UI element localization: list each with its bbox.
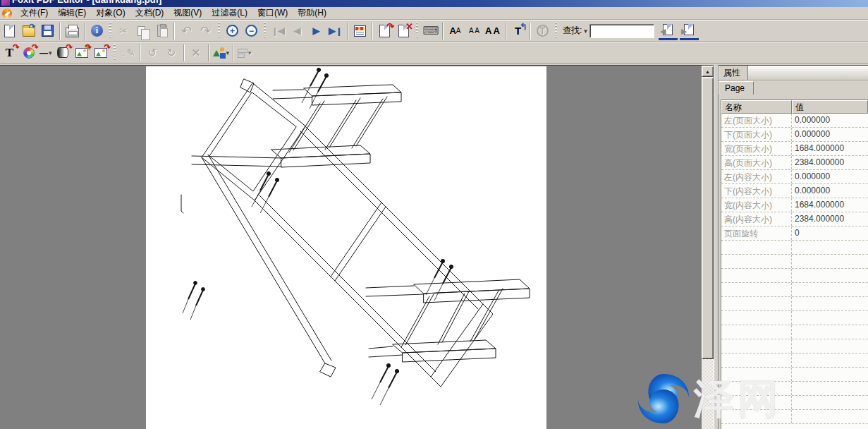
tab-page[interactable]: Page [719, 81, 754, 95]
panel-splitter[interactable] [714, 65, 719, 429]
scroll-up-button[interactable]: ▲ [702, 66, 714, 77]
char-spacing-icon: A A [469, 27, 479, 35]
separator [505, 23, 506, 40]
toolbar-grip[interactable] [113, 44, 116, 61]
property-row: 宽(页面大小)1684.000000 [721, 142, 868, 156]
color-wheel-button[interactable]: ↷ [19, 44, 38, 62]
property-row: 宽(内容大小)1684.000000 [721, 198, 868, 212]
shapes-dropdown-icon: ▾ [226, 49, 230, 56]
menu-view[interactable]: 视图(V) [169, 6, 207, 20]
find-next-button[interactable]: ▶ [680, 22, 699, 40]
page-drawing [146, 66, 546, 429]
new-button[interactable] [0, 22, 19, 40]
tab-properties[interactable]: 属性 [719, 66, 748, 80]
first-page-icon: ◀ [271, 25, 285, 36]
empty-row [721, 396, 868, 410]
menu-help[interactable]: 帮助(H) [293, 6, 331, 20]
menu-filter[interactable]: 过滤器(L) [207, 6, 252, 20]
toolbar-grip[interactable] [554, 23, 558, 40]
separator [183, 44, 185, 61]
add-image-button[interactable]: ↷ [92, 44, 111, 62]
property-row: 下(内容大小)0.000000 [721, 184, 868, 198]
insert-arrow-icon: ↰ [520, 21, 527, 32]
align-button[interactable]: ▾ [236, 44, 253, 62]
property-row: 下(页面大小)0.000000 [721, 128, 868, 142]
page-properties-button[interactable] [350, 22, 369, 40]
delete-object-button[interactable]: ✕ [187, 44, 206, 62]
h-scale-button[interactable]: AA [484, 22, 503, 40]
new-page-icon [4, 25, 15, 37]
menu-edit[interactable]: 编辑(E) [53, 6, 91, 20]
find-input[interactable] [589, 24, 654, 38]
shapes-icon [213, 47, 226, 59]
font-button[interactable]: AA [446, 22, 465, 40]
line-style-button[interactable]: —▾ [38, 44, 54, 62]
align-icon [238, 48, 247, 58]
empty-row [721, 255, 868, 269]
empty-row [721, 269, 868, 283]
property-row: 左(页面大小)0.000000 [721, 114, 868, 128]
delete-object-icon: ✕ [192, 47, 201, 58]
last-page-button[interactable]: ▶ [326, 22, 345, 40]
empty-row [721, 325, 868, 339]
cut-button[interactable]: ✂ [114, 22, 133, 40]
empty-row [721, 410, 868, 424]
pdf-page[interactable] [146, 66, 546, 429]
find-dropdown-arrow-icon[interactable]: ▾ [584, 28, 587, 35]
next-page-button[interactable]: ▶ [307, 22, 326, 40]
column-header-value[interactable]: 值 [792, 100, 868, 114]
empty-row [721, 311, 868, 325]
shapes-button[interactable]: ▾ [212, 44, 231, 62]
info-button[interactable]: i [87, 22, 106, 40]
empty-row [721, 382, 868, 396]
char-spacing-button[interactable]: A A [465, 22, 484, 40]
object-toolbar: T↷ ↷ —▾ ↷ ✎↷ ↷ ◌✎ ↺ ↻ ✕ ▾ ▾ [0, 42, 868, 64]
separator [208, 44, 209, 61]
separator [442, 23, 444, 40]
vertical-scrollbar[interactable]: ▲ [702, 65, 714, 429]
zoom-in-button[interactable]: + [223, 22, 242, 40]
empty-row [721, 354, 868, 368]
toolbar-grip[interactable] [415, 23, 419, 40]
keyboard-button[interactable]: ⌨ [421, 22, 440, 40]
toolbar-grip[interactable] [263, 23, 267, 40]
paste-button[interactable] [152, 22, 171, 40]
keyboard-icon: ⌨ [422, 24, 438, 37]
first-page-button[interactable]: ◀ [269, 22, 288, 40]
page-form-icon [354, 25, 366, 37]
print-button[interactable] [63, 22, 82, 40]
delete-page-button[interactable]: ✕ [394, 22, 413, 40]
shading-button[interactable]: ↷ [54, 44, 73, 62]
zoom-out-button[interactable]: − [242, 22, 261, 40]
grid-header: 名称 值 [721, 100, 868, 114]
save-button[interactable] [38, 22, 57, 40]
rotate-object-left-button[interactable]: ↺ [143, 44, 162, 62]
insert-text-button[interactable]: T↰ [508, 22, 527, 40]
line-dropdown-icon: ▾ [49, 49, 52, 56]
next-page-icon: ▶ [313, 25, 320, 36]
prev-page-button[interactable]: ◀ [288, 22, 307, 40]
document-canvas[interactable] [0, 65, 702, 429]
menu-window[interactable]: 窗口(W) [252, 6, 293, 20]
rotate-object-right-button[interactable]: ↻ [162, 44, 181, 62]
text-mode-button[interactable]: T [533, 22, 552, 40]
select-tool-button[interactable]: ◌✎ [118, 44, 137, 62]
menu-file[interactable]: 文件(F) [16, 6, 53, 20]
undo-button[interactable]: ↶ [177, 22, 196, 40]
redo-button[interactable]: ↷ [196, 22, 215, 40]
toolbar-grip[interactable] [217, 23, 221, 40]
add-text-button[interactable]: T↷ [0, 44, 19, 62]
edit-image-button[interactable]: ✎↷ [73, 44, 92, 62]
rotate-page-button[interactable]: ↷ [375, 22, 394, 40]
copy-button[interactable] [133, 22, 152, 40]
separator [140, 44, 141, 61]
scrollbar-thumb[interactable] [702, 77, 714, 359]
property-row: 左(内容大小)0.000000 [721, 170, 868, 184]
open-button[interactable] [19, 22, 38, 40]
empty-row [721, 241, 868, 255]
menu-document[interactable]: 文档(D) [130, 6, 169, 20]
column-header-name[interactable]: 名称 [721, 100, 792, 114]
toolbar-grip[interactable] [109, 23, 112, 40]
menu-object[interactable]: 对象(O) [91, 6, 130, 20]
find-previous-button[interactable]: ◀ [659, 22, 678, 40]
